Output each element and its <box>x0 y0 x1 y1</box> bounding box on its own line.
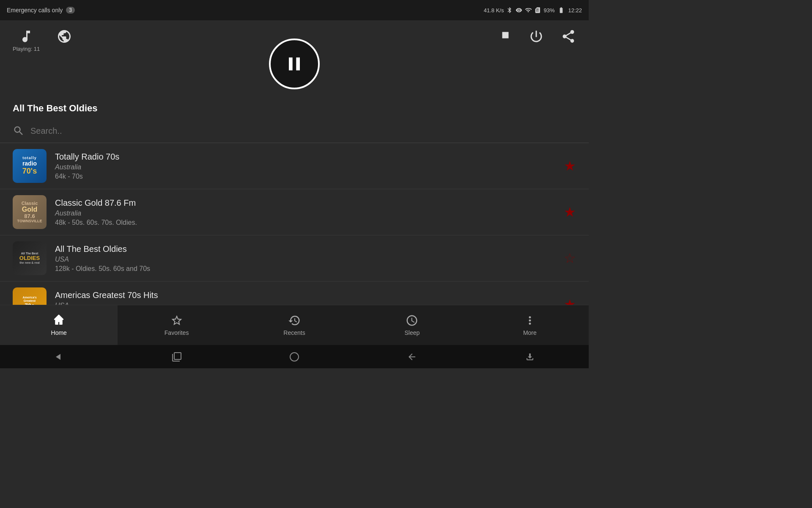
android-nav <box>0 345 589 368</box>
station-item[interactable]: All The Best OLDIES the new & real All T… <box>0 235 589 282</box>
nav-sleep[interactable]: Sleep <box>353 305 471 345</box>
favorite-star[interactable]: ★ <box>564 158 576 174</box>
main-content: Playing: 11 All The <box>0 20 589 368</box>
station-info: Totally Radio 70s Australia 64k - 70s <box>55 152 555 180</box>
station-logo: America's Greatest 70s Hits <box>13 287 47 305</box>
station-country: Australia <box>55 163 555 171</box>
nav-favorites-label: Favorites <box>165 329 189 336</box>
nav-more-label: More <box>523 329 537 336</box>
nav-home[interactable]: Home <box>0 305 118 345</box>
more-icon <box>524 314 536 327</box>
svg-point-0 <box>290 353 299 361</box>
station-info: Classic Gold 87.6 Fm Australia 48k - 50s… <box>55 198 555 226</box>
stop-button[interactable] <box>499 29 512 41</box>
music-icon[interactable]: Playing: 11 <box>13 29 40 52</box>
android-home-icon[interactable] <box>289 352 299 362</box>
status-left: Emergency calls only 3 <box>7 7 75 14</box>
station-country: USA <box>55 302 555 305</box>
player-controls-right <box>486 20 589 52</box>
nav-favorites[interactable]: Favorites <box>118 305 235 345</box>
wifi-icon <box>525 7 532 14</box>
station-logo: All The Best OLDIES the new & real <box>13 241 47 275</box>
playing-label: Playing: 11 <box>13 46 40 52</box>
station-bitrate: 64k - 70s <box>55 173 555 180</box>
sleep-icon <box>406 314 418 327</box>
recents-icon <box>288 314 301 327</box>
station-item[interactable]: Classic Gold 87.6 TOWNSVILLE Classic Gol… <box>0 189 589 235</box>
player-header: Playing: 11 <box>0 20 589 103</box>
station-bitrate: 128k - Oldies. 50s. 60s and 70s <box>55 265 555 273</box>
station-logo: Classic Gold 87.6 TOWNSVILLE <box>13 195 47 229</box>
station-list: totally radio 70's Totally Radio 70s Aus… <box>0 143 589 305</box>
android-recents-icon[interactable] <box>407 352 417 362</box>
android-square-icon[interactable] <box>172 352 182 362</box>
search-icon <box>13 125 25 137</box>
favorite-star[interactable]: ★ <box>564 204 576 220</box>
power-button[interactable] <box>529 29 544 44</box>
emergency-text: Emergency calls only <box>7 7 63 14</box>
now-playing-title: All The Best Oldies <box>0 103 589 121</box>
station-name: All The Best Oldies <box>55 244 555 254</box>
station-item[interactable]: America's Greatest 70s Hits Americas Gre… <box>0 282 589 305</box>
station-info: All The Best Oldies USA 128k - Oldies. 5… <box>55 244 555 273</box>
android-download-icon[interactable] <box>525 352 535 362</box>
globe-icon[interactable] <box>57 29 72 44</box>
status-right: 41.8 K/s 93% 12:22 <box>484 7 582 14</box>
station-bitrate: 48k - 50s. 60s. 70s. Oldies. <box>55 219 555 226</box>
bottom-nav: Home Favorites Recents Sleep More <box>0 305 589 345</box>
nav-recents[interactable]: Recents <box>236 305 353 345</box>
station-country: Australia <box>55 210 555 217</box>
notification-badge: 3 <box>66 7 75 14</box>
sim-icon <box>534 7 541 14</box>
favorite-star[interactable]: ☆ <box>564 250 576 266</box>
nav-recents-label: Recents <box>283 329 305 336</box>
search-bar <box>0 121 589 143</box>
home-icon <box>52 314 65 327</box>
player-controls-left: Playing: 11 <box>0 20 85 61</box>
station-country: USA <box>55 256 555 263</box>
station-logo: totally radio 70's <box>13 149 47 183</box>
favorite-star[interactable]: ★ <box>564 296 576 305</box>
bluetooth-icon <box>506 7 513 14</box>
eye-icon <box>516 7 522 14</box>
search-input[interactable] <box>30 126 576 136</box>
station-info: Americas Greatest 70s Hits USA 128k - 70… <box>55 290 555 305</box>
pause-button[interactable] <box>269 39 320 89</box>
status-bar: Emergency calls only 3 41.8 K/s 93% 12:2… <box>0 0 589 20</box>
share-button[interactable] <box>561 29 576 44</box>
nav-sleep-label: Sleep <box>405 329 420 336</box>
nav-more[interactable]: More <box>471 305 589 345</box>
nav-home-label: Home <box>51 329 67 336</box>
android-back-icon[interactable] <box>54 352 64 362</box>
network-speed: 41.8 K/s <box>484 7 504 14</box>
battery-icon <box>557 7 565 14</box>
station-name: Totally Radio 70s <box>55 152 555 162</box>
station-name: Americas Greatest 70s Hits <box>55 290 555 300</box>
station-item[interactable]: totally radio 70's Totally Radio 70s Aus… <box>0 143 589 189</box>
battery-text: 93% <box>543 7 554 14</box>
time: 12:22 <box>568 7 582 14</box>
station-name: Classic Gold 87.6 Fm <box>55 198 555 208</box>
favorites-icon <box>170 314 183 327</box>
